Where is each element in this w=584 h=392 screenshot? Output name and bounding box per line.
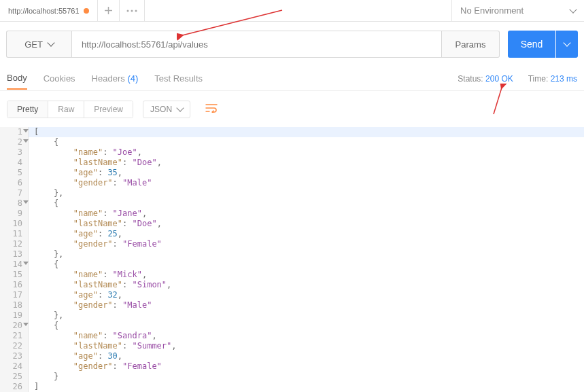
fold-toggle-icon[interactable] xyxy=(23,129,29,132)
code-line[interactable]: 11 "age": 25, xyxy=(0,229,584,239)
line-number: 5 xyxy=(0,168,29,178)
code-line[interactable]: 5 "age": 35, xyxy=(0,168,584,178)
code-content: "age": 35, xyxy=(29,168,122,178)
line-number: 2 xyxy=(0,137,29,147)
code-content: "lastName": "Summer", xyxy=(29,341,177,351)
code-content: "name": "Jane", xyxy=(29,209,147,219)
code-content: "age": 25, xyxy=(29,229,122,239)
code-content: "lastName": "Doe", xyxy=(29,158,162,168)
send-button[interactable]: Send xyxy=(508,31,555,58)
line-number: 7 xyxy=(0,188,29,198)
code-line[interactable]: 2 { xyxy=(0,137,584,147)
tab-test-results[interactable]: Test Results xyxy=(154,68,203,89)
wrap-lines-button[interactable] xyxy=(200,99,223,119)
code-content: { xyxy=(29,198,58,209)
code-line[interactable]: 15 "name": "Mick", xyxy=(0,270,584,280)
line-number: 22 xyxy=(0,341,29,351)
code-content: "name": "Sandra", xyxy=(29,331,157,341)
environment-selector[interactable]: No Environment xyxy=(451,0,584,21)
request-tab[interactable]: http://localhost:55761 xyxy=(0,0,98,21)
code-line[interactable]: 20 { xyxy=(0,321,584,331)
chevron-down-icon xyxy=(47,39,54,46)
fold-toggle-icon[interactable] xyxy=(23,200,29,204)
code-line[interactable]: 21 "name": "Sandra", xyxy=(0,331,584,341)
tab-headers[interactable]: Headers (4) xyxy=(92,68,139,89)
code-line[interactable]: 4 "lastName": "Doe", xyxy=(0,158,584,168)
code-line[interactable]: 24 "gender": "Female" xyxy=(0,361,584,372)
view-preview[interactable]: Preview xyxy=(84,101,133,118)
code-line[interactable]: 7 }, xyxy=(0,188,584,198)
code-content: "lastName": "Doe", xyxy=(29,219,162,229)
svg-point-1 xyxy=(131,10,133,12)
code-line[interactable]: 22 "lastName": "Summer", xyxy=(0,341,584,351)
code-line[interactable]: 23 "age": 30, xyxy=(0,351,584,361)
new-tab-button[interactable] xyxy=(98,0,120,21)
tab-body[interactable]: Body xyxy=(7,67,27,90)
code-content: "gender": "Female" xyxy=(29,239,162,249)
params-button[interactable]: Params xyxy=(442,31,500,58)
wrap-icon xyxy=(205,103,218,113)
code-content: [ xyxy=(29,127,39,137)
tab-options-button[interactable] xyxy=(120,0,145,21)
code-content: { xyxy=(29,137,58,147)
line-number: 15 xyxy=(0,270,29,280)
tab-cookies[interactable]: Cookies xyxy=(44,68,75,89)
code-line[interactable]: 26] xyxy=(0,382,584,392)
send-options-button[interactable] xyxy=(556,31,578,58)
code-line[interactable]: 14 { xyxy=(0,260,584,270)
tab-title: http://localhost:55761 xyxy=(8,7,80,15)
line-number: 16 xyxy=(0,280,29,290)
view-bar: Pretty Raw Preview JSON xyxy=(0,91,584,127)
code-line[interactable]: 19 }, xyxy=(0,310,584,321)
line-number: 13 xyxy=(0,249,29,260)
svg-point-2 xyxy=(135,10,137,12)
code-content: "gender": "Male" xyxy=(29,300,152,310)
view-pretty[interactable]: Pretty xyxy=(7,101,48,118)
time: Time: 213 ms xyxy=(528,74,577,84)
code-line[interactable]: 16 "lastName": "Simon", xyxy=(0,280,584,290)
chevron-down-icon xyxy=(569,5,577,13)
line-number: 25 xyxy=(0,372,29,382)
line-number: 14 xyxy=(0,260,29,270)
code-line[interactable]: 8 { xyxy=(0,198,584,209)
method-label: GET xyxy=(24,39,43,50)
code-line[interactable]: 1[ xyxy=(0,127,584,137)
code-line[interactable]: 10 "lastName": "Doe", xyxy=(0,219,584,229)
line-number: 8 xyxy=(0,198,29,209)
code-line[interactable]: 25 } xyxy=(0,372,584,382)
code-line[interactable]: 9 "name": "Jane", xyxy=(0,209,584,219)
unsaved-indicator-icon xyxy=(84,8,89,14)
status-value: 200 OK xyxy=(485,74,513,84)
line-number: 18 xyxy=(0,300,29,310)
fold-toggle-icon[interactable] xyxy=(23,262,29,265)
code-line[interactable]: 12 "gender": "Female" xyxy=(0,239,584,249)
code-line[interactable]: 6 "gender": "Male" xyxy=(0,178,584,188)
plus-icon xyxy=(105,7,112,14)
line-number: 24 xyxy=(0,361,29,372)
environment-label: No Environment xyxy=(460,5,523,16)
dots-icon xyxy=(126,10,137,12)
view-raw[interactable]: Raw xyxy=(48,101,84,118)
response-meta: Status: 200 OK Time: 213 ms xyxy=(458,74,577,84)
url-input[interactable] xyxy=(71,31,442,58)
code-line[interactable]: 17 "age": 32, xyxy=(0,290,584,300)
http-method-selector[interactable]: GET xyxy=(6,31,71,58)
line-number: 17 xyxy=(0,290,29,300)
fold-toggle-icon[interactable] xyxy=(23,323,29,326)
format-selector[interactable]: JSON xyxy=(143,101,190,118)
code-line[interactable]: 3 "name": "Joe", xyxy=(0,147,584,158)
response-body-editor[interactable]: 1[2 {3 "name": "Joe",4 "lastName": "Doe"… xyxy=(0,127,584,392)
svg-point-0 xyxy=(126,10,128,12)
code-content: { xyxy=(29,260,58,270)
code-content: "name": "Joe", xyxy=(29,147,142,158)
line-number: 3 xyxy=(0,147,29,158)
chevron-down-icon xyxy=(176,104,184,111)
fold-toggle-icon[interactable] xyxy=(23,139,29,143)
request-bar: GET Params Send xyxy=(6,31,578,58)
code-content: "age": 32, xyxy=(29,290,122,300)
code-content: "lastName": "Simon", xyxy=(29,280,171,290)
code-line[interactable]: 13 }, xyxy=(0,249,584,260)
code-line[interactable]: 18 "gender": "Male" xyxy=(0,300,584,310)
line-number: 19 xyxy=(0,310,29,321)
status: Status: 200 OK xyxy=(458,74,513,84)
